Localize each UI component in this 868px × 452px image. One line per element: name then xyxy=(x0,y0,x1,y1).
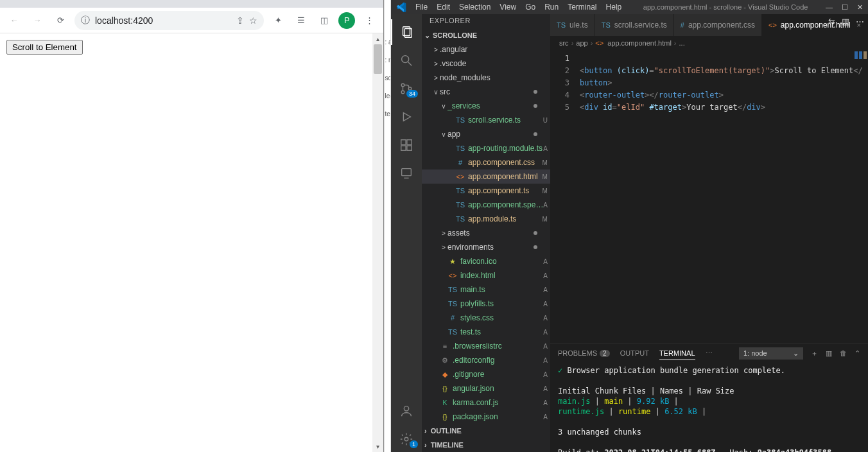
file-angular-json[interactable]: {}angular.jsonA xyxy=(422,381,550,396)
scroll-up-arrow[interactable]: ▴ xyxy=(372,33,383,44)
settings-activity[interactable]: 1 xyxy=(391,426,422,452)
side-panel-icon[interactable]: ◫ xyxy=(315,12,333,30)
file-app-module-ts[interactable]: TSapp.module.tsM xyxy=(422,212,550,226)
terminal-output[interactable]: ✓ Browser application bundle generation … xyxy=(550,363,868,452)
folder-assets[interactable]: >assets xyxy=(422,226,550,240)
more-actions-icon[interactable]: ⋯ xyxy=(856,17,864,26)
scroll-to-element-button[interactable]: Scroll to Element xyxy=(6,40,83,55)
scroll-down-arrow[interactable]: ▾ xyxy=(372,441,383,452)
menu-selection[interactable]: Selection xyxy=(455,1,494,13)
folder-node-modules[interactable]: >node_modules xyxy=(422,71,550,85)
file-scroll-service-ts[interactable]: TSscroll.service.tsU xyxy=(422,113,550,127)
site-info-icon[interactable]: ⓘ xyxy=(81,15,90,26)
maximize-panel-icon[interactable]: ⌃ xyxy=(855,349,860,358)
file-polyfills-ts[interactable]: TSpolyfills.tsA xyxy=(422,297,550,311)
back-button[interactable]: ← xyxy=(5,12,23,30)
chrome-tab-strip[interactable] xyxy=(0,0,383,8)
tab-app-component-css[interactable]: #app.component.css xyxy=(674,14,762,36)
menu-edit[interactable]: Edit xyxy=(433,1,454,13)
chrome-menu-icon[interactable]: ⋮ xyxy=(360,12,378,30)
code-line[interactable]: <router-outlet></router-outlet> xyxy=(580,89,868,101)
menu-run[interactable]: Run xyxy=(541,1,562,13)
overview-ruler[interactable] xyxy=(842,50,868,60)
menu-go[interactable]: Go xyxy=(521,1,539,13)
breadcrumb[interactable]: src›app›<>app.component.html›... xyxy=(550,36,868,50)
reload-button[interactable]: ⟳ xyxy=(51,12,69,30)
file-index-html[interactable]: <>index.htmlA xyxy=(422,268,550,282)
menu-view[interactable]: View xyxy=(496,1,520,13)
file-styles-css[interactable]: #styles.cssA xyxy=(422,311,550,325)
file-app-component-css[interactable]: #app.component.cssM xyxy=(422,155,550,170)
menu-terminal[interactable]: Terminal xyxy=(564,1,600,13)
kill-terminal-icon[interactable]: 🗑 xyxy=(840,349,847,357)
code-line[interactable]: button> xyxy=(580,77,868,89)
code-line[interactable]: <button (click)="scrollToElement(target)… xyxy=(580,65,868,77)
tab-ule-ts[interactable]: TSule.ts xyxy=(550,14,595,36)
extensions-activity[interactable] xyxy=(391,132,422,158)
share-icon[interactable]: ⇪ xyxy=(236,15,244,26)
close-window-button[interactable]: ✕ xyxy=(857,3,863,12)
outline-section[interactable]: ›OUTLINE xyxy=(422,424,550,438)
folder--services[interactable]: v_services xyxy=(422,99,550,113)
project-section-header[interactable]: ⌄SCROLLONE xyxy=(422,28,550,42)
editor-area[interactable]: 12345 <button (click)="scrollToElement(t… xyxy=(550,50,868,343)
new-terminal-icon[interactable]: ＋ xyxy=(811,349,818,358)
search-activity[interactable] xyxy=(391,48,422,73)
extensions-icon[interactable]: ✦ xyxy=(269,12,287,30)
menu-help[interactable]: Help xyxy=(602,1,626,13)
breadcrumb-segment[interactable]: ... xyxy=(679,39,685,47)
code-line[interactable] xyxy=(580,53,868,65)
page-scrollbar[interactable]: ▴ ▾ xyxy=(372,33,383,452)
split-terminal-icon[interactable]: ▥ xyxy=(826,349,832,358)
menu-file[interactable]: File xyxy=(412,1,431,13)
address-bar[interactable]: ⓘ localhost:4200 ⇪ ☆ xyxy=(74,11,264,30)
forward-button[interactable]: → xyxy=(28,12,46,30)
problems-tab[interactable]: PROBLEMS2 xyxy=(558,347,610,360)
file-karma-conf-js[interactable]: Kkarma.conf.jsA xyxy=(422,396,550,410)
tree-label: app xyxy=(447,130,546,139)
file-test-ts[interactable]: TStest.tsA xyxy=(422,325,550,339)
folder-environments[interactable]: >environments xyxy=(422,240,550,254)
file--gitignore[interactable]: ◆.gitignoreA xyxy=(422,367,550,381)
panel-more-icon[interactable]: ⋯ xyxy=(706,347,713,360)
file-package-json[interactable]: {}package.jsonA xyxy=(422,410,550,424)
file-app-routing-module-ts[interactable]: TSapp-routing.module.tsA xyxy=(422,141,550,155)
reading-list-icon[interactable]: ☰ xyxy=(292,12,310,30)
file--editorconfig[interactable]: ⚙.editorconfigA xyxy=(422,353,550,367)
split-editor-icon[interactable]: ▥ xyxy=(842,17,849,26)
timeline-section[interactable]: ›TIMELINE xyxy=(422,438,550,452)
folder-app[interactable]: vapp xyxy=(422,127,550,141)
file-app-component-spec-ts[interactable]: TSapp.component.spec.tsA xyxy=(422,198,550,212)
file-favicon-ico[interactable]: ★favicon.icoA xyxy=(422,254,550,268)
scroll-thumb[interactable] xyxy=(374,44,382,74)
remote-activity[interactable] xyxy=(391,161,422,186)
folder--angular[interactable]: >.angular xyxy=(422,42,550,56)
explorer-activity[interactable] xyxy=(391,19,422,45)
breadcrumb-segment[interactable]: src xyxy=(559,39,569,47)
breadcrumb-segment[interactable]: app xyxy=(576,39,587,47)
maximize-button[interactable]: ☐ xyxy=(842,3,848,12)
account-activity[interactable] xyxy=(391,398,422,424)
breadcrumb-segment[interactable]: app.component.html xyxy=(607,39,672,47)
terminal-selector[interactable]: 1: node⌄ xyxy=(739,347,803,360)
terminal-tab[interactable]: TERMINAL xyxy=(659,347,695,360)
output-tab[interactable]: OUTPUT xyxy=(620,347,649,360)
compare-changes-icon[interactable]: ⇆ xyxy=(828,17,835,26)
bookmark-icon[interactable]: ☆ xyxy=(249,15,257,26)
code-content[interactable]: <button (click)="scrollToElement(target)… xyxy=(576,50,868,343)
code-line[interactable] xyxy=(580,114,868,126)
minimize-button[interactable]: — xyxy=(826,3,833,12)
tree-label: favicon.ico xyxy=(460,257,546,266)
run-debug-activity[interactable] xyxy=(391,104,422,130)
source-control-activity[interactable]: 34 xyxy=(391,76,422,101)
vscode-titlebar[interactable]: FileEditSelectionViewGoRunTerminalHelp a… xyxy=(391,0,868,14)
profile-avatar[interactable]: P xyxy=(338,12,355,29)
file-main-ts[interactable]: TSmain.tsA xyxy=(422,282,550,297)
folder-src[interactable]: vsrc xyxy=(422,85,550,99)
code-line[interactable]: <div id="elId" #target>Your target</div> xyxy=(580,101,868,114)
tab-scroll-service-ts[interactable]: TSscroll.service.ts xyxy=(595,14,674,36)
folder--vscode[interactable]: >.vscode xyxy=(422,56,550,71)
file--browserslistrc[interactable]: ≡.browserslistrcA xyxy=(422,339,550,353)
file-app-component-html[interactable]: <>app.component.htmlM xyxy=(422,170,550,184)
file-app-component-ts[interactable]: TSapp.component.tsM xyxy=(422,184,550,198)
